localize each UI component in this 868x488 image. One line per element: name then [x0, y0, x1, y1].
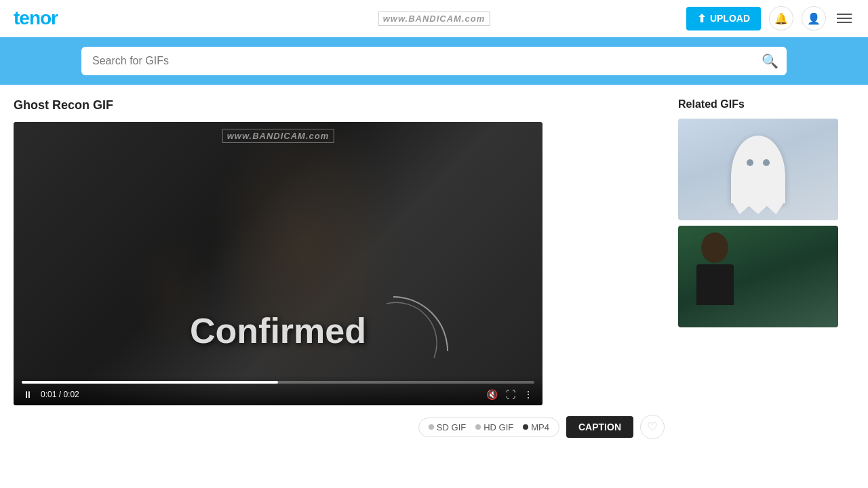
related-gif-person[interactable]: [678, 226, 838, 327]
header: tenor www.BANDICAM.com ⬆ UPLOAD 🔔 👤: [0, 0, 868, 37]
controls-left: ⏸ 0:01 / 0:02: [22, 388, 79, 401]
fullscreen-button[interactable]: ⛶: [505, 388, 517, 401]
user-icon: 👤: [807, 12, 821, 25]
video-caption-text: Confirmed: [190, 310, 366, 351]
menu-line-1: [837, 14, 852, 15]
mute-button[interactable]: 🔇: [485, 388, 499, 401]
sd-dot: [429, 424, 434, 430]
bottom-controls: SD GIF HD GIF MP4 CAPTION ♡: [14, 415, 665, 439]
video-watermark: www.BANDICAM.com: [222, 129, 334, 143]
menu-button[interactable]: [834, 11, 854, 26]
controls-row: ⏸ 0:01 / 0:02 🔇 ⛶: [22, 388, 534, 401]
person-head: [701, 232, 728, 263]
search-input[interactable]: [81, 47, 787, 75]
more-options-button[interactable]: ⋮: [522, 388, 534, 401]
person-figure: [688, 232, 742, 321]
ghost-eye-left: [747, 159, 753, 166]
total-time: 0:02: [63, 390, 79, 399]
caption-button[interactable]: CAPTION: [566, 416, 633, 438]
hd-gif-option[interactable]: HD GIF: [475, 422, 513, 432]
header-right: ⬆ UPLOAD 🔔 👤: [686, 6, 854, 30]
hd-dot: [475, 424, 481, 430]
more-icon: ⋮: [524, 389, 533, 400]
heart-icon: ♡: [647, 420, 658, 434]
video-player[interactable]: www.BANDICAM.com Confirmed ⏸: [14, 122, 542, 405]
progress-bar[interactable]: [22, 381, 534, 384]
pause-icon: ⏸: [23, 389, 33, 400]
ghost-eyes: [747, 159, 770, 166]
page-title: Ghost Recon GIF: [14, 98, 665, 113]
upload-arrow-icon: ⬆: [697, 12, 706, 25]
sd-gif-option[interactable]: SD GIF: [429, 422, 466, 432]
bell-icon: 🔔: [774, 12, 788, 25]
upload-button[interactable]: ⬆ UPLOAD: [686, 7, 761, 30]
main-content: Ghost Recon GIF www.BANDICAM.com Confirm…: [0, 85, 854, 439]
video-background: Confirmed: [14, 122, 542, 405]
left-column: Ghost Recon GIF www.BANDICAM.com Confirm…: [14, 98, 665, 439]
progress-fill: [22, 381, 278, 384]
watermark-banner: www.BANDICAM.com: [378, 12, 490, 26]
person-gif-image: [678, 226, 838, 327]
related-title: Related GIFs: [678, 98, 841, 110]
controls-right: 🔇 ⛶ ⋮: [485, 388, 534, 401]
user-button[interactable]: 👤: [802, 6, 826, 30]
time-display: 0:01 / 0:02: [41, 390, 79, 399]
search-section: 🔍: [0, 37, 868, 85]
format-selector: SD GIF HD GIF MP4: [418, 418, 559, 437]
mp4-option[interactable]: MP4: [523, 422, 549, 432]
ghost-eye-right: [763, 159, 770, 166]
logo[interactable]: tenor: [14, 7, 58, 29]
current-time: 0:01: [41, 390, 56, 399]
mp4-label: MP4: [531, 422, 549, 432]
search-button[interactable]: 🔍: [762, 53, 778, 69]
hd-label: HD GIF: [484, 422, 513, 432]
mp4-dot: [523, 424, 528, 430]
search-icon: 🔍: [762, 54, 778, 68]
search-container: 🔍: [81, 47, 787, 75]
soldier-overlay: [14, 122, 542, 405]
arc-graphic: [380, 283, 461, 365]
pause-button[interactable]: ⏸: [22, 388, 34, 401]
header-left: tenor: [14, 7, 58, 29]
video-controls: ⏸ 0:01 / 0:02 🔇 ⛶: [14, 375, 542, 405]
related-gif-ghost[interactable]: [678, 119, 838, 220]
favorite-button[interactable]: ♡: [640, 415, 665, 439]
mute-icon: 🔇: [486, 389, 498, 400]
right-column: Related GIFs: [678, 98, 841, 439]
sd-label: SD GIF: [437, 422, 466, 432]
notifications-button[interactable]: 🔔: [769, 6, 793, 30]
ghost-shape: [731, 136, 785, 203]
menu-line-2: [837, 18, 852, 19]
menu-line-3: [837, 22, 852, 23]
ghost-gif-image: [678, 119, 838, 220]
fullscreen-icon: ⛶: [506, 389, 515, 400]
upload-label: UPLOAD: [710, 13, 750, 24]
person-body: [696, 264, 734, 305]
